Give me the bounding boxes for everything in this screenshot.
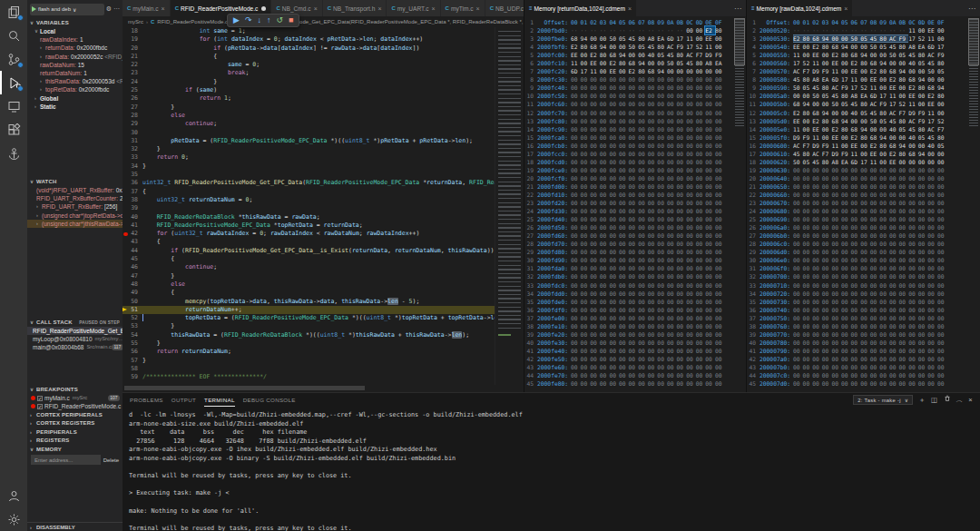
memory-byte[interactable]: 00	[677, 272, 687, 280]
memory-byte[interactable]: 00	[793, 272, 803, 280]
memory-byte[interactable]: 00	[581, 109, 591, 117]
memory-byte[interactable]: 00	[571, 207, 581, 215]
memory-byte[interactable]: 00	[638, 215, 648, 223]
memory-byte[interactable]: 00	[705, 117, 715, 125]
memory-byte[interactable]: 00	[803, 347, 813, 355]
memory-byte[interactable]: 00	[686, 117, 696, 125]
memory-byte[interactable]: 00	[638, 314, 648, 322]
memory-byte[interactable]: 00	[937, 272, 947, 280]
memory-byte[interactable]: 00	[686, 100, 696, 108]
gutter-line[interactable]: 27	[122, 103, 142, 112]
memory-byte[interactable]: 00	[629, 75, 639, 84]
memory-byte[interactable]: 00	[657, 256, 667, 264]
memory-byte[interactable]: 11	[851, 75, 861, 84]
gutter-line[interactable]: 18	[122, 27, 142, 35]
variable-row[interactable]: ∨Local	[27, 27, 122, 35]
memory-byte[interactable]: 00	[927, 256, 937, 264]
memory-byte[interactable]: 00	[657, 133, 667, 142]
memory-byte[interactable]: 80	[841, 92, 851, 100]
memory-byte[interactable]: 00	[686, 379, 696, 388]
memory-byte[interactable]: 00	[715, 191, 725, 199]
memory-byte[interactable]: 00	[831, 109, 841, 117]
memory-byte[interactable]: 68	[571, 34, 581, 43]
memory-byte[interactable]: 00	[696, 379, 706, 388]
memory-byte[interactable]: 00	[571, 158, 581, 166]
memory-byte[interactable]: 00	[667, 84, 677, 92]
gutter-line[interactable]: 44	[122, 247, 142, 255]
tab-memory-returnData[interactable]: ≡ Memory [returnData,1024].cdmem ×	[524, 0, 637, 16]
memory-byte[interactable]: 00	[619, 67, 629, 75]
memory-byte[interactable]: 68	[870, 59, 880, 67]
memory-byte[interactable]: 00	[851, 207, 861, 215]
memory-byte[interactable]: 00	[918, 314, 928, 322]
memory-byte[interactable]: 00	[629, 166, 639, 174]
memory-byte[interactable]: 00	[870, 272, 880, 280]
memory-byte[interactable]: 00	[686, 67, 696, 75]
memory-byte[interactable]: 00	[571, 355, 581, 363]
memory-byte[interactable]: 17	[927, 117, 937, 125]
close-panel-icon[interactable]: ×	[968, 396, 973, 405]
memory-byte[interactable]: E2	[927, 92, 937, 100]
memory-byte[interactable]: 00	[609, 363, 619, 371]
panel-tab-output[interactable]: OUTPUT	[172, 393, 196, 407]
memory-byte[interactable]: 00	[667, 314, 677, 322]
memory-byte[interactable]: 00	[590, 166, 600, 174]
memory-byte[interactable]: 00	[581, 355, 591, 363]
memory-byte[interactable]: 00	[870, 231, 880, 240]
gutter-line[interactable]: 30	[122, 129, 142, 137]
memory-byte[interactable]: 00	[889, 371, 899, 379]
memory-byte[interactable]: 00	[667, 298, 677, 306]
memory-byte[interactable]: 68	[889, 67, 899, 75]
memory-byte[interactable]: 00	[889, 264, 899, 272]
memory-byte[interactable]: 05	[638, 43, 648, 51]
memory-byte[interactable]: 00	[619, 290, 629, 298]
memory-byte[interactable]: 00	[686, 347, 696, 355]
memory-byte[interactable]: 00	[812, 339, 822, 347]
memory-byte[interactable]: 00	[667, 109, 677, 117]
memory-byte[interactable]: 00	[638, 355, 648, 363]
memory-byte[interactable]: 00	[696, 371, 706, 379]
memory-byte[interactable]: 00	[937, 75, 947, 84]
memory-byte[interactable]: 00	[619, 264, 629, 272]
memory-byte[interactable]: 00	[918, 199, 928, 207]
memory-byte[interactable]: 00	[600, 34, 610, 43]
gutter-line[interactable]: 55	[122, 339, 142, 348]
memory-byte[interactable]: F9	[937, 51, 947, 59]
memory-byte[interactable]: 00	[879, 150, 889, 158]
memory-byte[interactable]: 00	[715, 264, 725, 272]
gutter-line[interactable]: 36	[122, 179, 142, 187]
memory-byte[interactable]: EE	[705, 34, 715, 43]
memory-byte[interactable]: 00	[571, 248, 581, 256]
memory-byte[interactable]: 94	[822, 34, 832, 43]
memory-byte[interactable]: 00	[715, 371, 725, 379]
memory-byte[interactable]: 00	[581, 117, 591, 125]
memory-byte[interactable]: 00	[629, 371, 639, 379]
memory-byte[interactable]: 00	[937, 298, 947, 306]
memory-byte[interactable]: 80	[899, 117, 909, 125]
memory-byte[interactable]: 00	[812, 240, 822, 248]
memory-byte[interactable]: 00	[918, 158, 928, 166]
memory-byte[interactable]: 00	[793, 223, 803, 231]
memory-byte[interactable]: 80	[600, 51, 610, 59]
memory-byte[interactable]: 00	[609, 298, 619, 306]
memory-byte[interactable]: 00	[600, 240, 610, 248]
memory-byte[interactable]: 00	[638, 306, 648, 314]
memory-byte[interactable]: 00	[667, 281, 677, 290]
memory-byte[interactable]: 00	[851, 371, 861, 379]
memory-byte[interactable]: 00	[803, 223, 813, 231]
memory-byte[interactable]: 00	[937, 207, 947, 215]
memory-byte[interactable]: 00	[609, 158, 619, 166]
memory-byte[interactable]: 00	[812, 298, 822, 306]
memory-byte[interactable]: 00	[677, 231, 687, 240]
memory-byte[interactable]: 00	[927, 207, 937, 215]
memory-byte[interactable]: EA	[918, 43, 928, 51]
memory-byte[interactable]: 00	[793, 207, 803, 215]
panel-tab-terminal[interactable]: TERMINAL	[204, 393, 235, 407]
memory-byte[interactable]: 00	[705, 84, 715, 92]
memory-byte[interactable]: EE	[851, 67, 861, 75]
memory-byte[interactable]: 00	[571, 363, 581, 371]
memory-byte[interactable]: E2	[812, 43, 822, 51]
memory-byte[interactable]: 00	[927, 347, 937, 355]
memory-byte[interactable]: 00	[657, 92, 667, 100]
memory-byte[interactable]: 00	[918, 306, 928, 314]
